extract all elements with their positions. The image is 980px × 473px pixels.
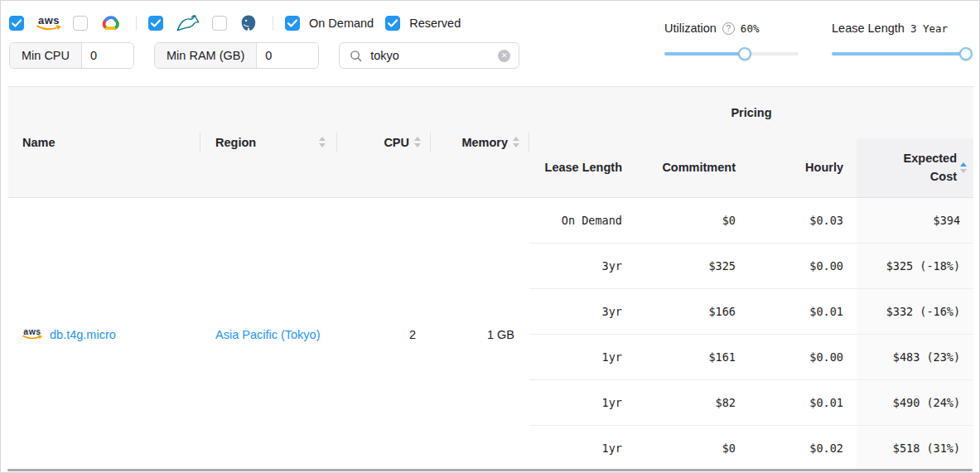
column-header-lease-length: Lease Length (529, 138, 635, 198)
filter-divider (273, 16, 273, 31)
search-input[interactable] (369, 48, 498, 63)
pricing-row: aws db.t4g.micro Asia Pacific (Tokyo) 2 … (8, 198, 973, 244)
filter-reserved: Reserved (385, 16, 461, 31)
filter-mysql (148, 14, 200, 32)
lease-cell: 3yr (529, 244, 635, 289)
sort-icon-active (960, 162, 967, 173)
expected-cost-cell: $483 (23%) (857, 335, 973, 380)
clear-search-icon[interactable]: ✕ (498, 50, 510, 62)
column-header-memory[interactable]: Memory (431, 87, 529, 198)
min-cpu-input[interactable] (82, 43, 133, 68)
filter-bar: aws (1, 1, 979, 86)
lease-length-label: Lease Length (832, 22, 905, 35)
min-cpu-label: Min CPU (10, 43, 82, 68)
commitment-cell: $82 (635, 380, 749, 426)
expected-cost-cell: $325 (-18%) (857, 244, 973, 289)
postgresql-checkbox[interactable] (212, 16, 227, 31)
filter-gcp (73, 15, 121, 31)
hourly-cell: $0.01 (749, 289, 857, 335)
slider-controls: Utilization ? 60% Lease Length 3 Year (664, 22, 966, 60)
sort-icon (414, 137, 421, 147)
reserved-label: Reserved (409, 17, 461, 30)
google-cloud-logo-icon (100, 15, 121, 31)
instance-cpu-cell: 2 (337, 198, 431, 471)
instance-name-link[interactable]: db.t4g.micro (50, 328, 116, 341)
app-window: aws (0, 0, 980, 473)
filter-aws: aws (9, 16, 61, 31)
min-cpu-group: Min CPU (9, 42, 134, 69)
min-ram-input[interactable] (257, 43, 318, 68)
help-icon[interactable]: ? (722, 22, 735, 35)
lease-cell: On Demand (529, 198, 635, 244)
reserved-checkbox[interactable] (385, 16, 400, 31)
sort-icon (319, 137, 326, 147)
gcp-checkbox[interactable] (73, 16, 88, 31)
filter-divider (136, 16, 137, 31)
lease-cell: 1yr (529, 380, 635, 426)
lease-cell: 1yr (529, 335, 635, 380)
commitment-cell: $0 (635, 426, 749, 471)
commitment-cell: $161 (635, 335, 749, 380)
hourly-cell: $0.01 (749, 380, 857, 426)
hourly-cell: $0.03 (749, 198, 857, 244)
column-header-hourly: Hourly (749, 138, 857, 198)
mysql-dolphin-icon (176, 14, 200, 32)
min-ram-label: Min RAM (GB) (155, 43, 257, 68)
lease-length-control: Lease Length 3 Year (832, 22, 966, 60)
expected-cost-cell: $394 (857, 198, 973, 244)
column-header-region[interactable]: Region (200, 87, 337, 198)
sort-icon (513, 137, 519, 147)
aws-icon: aws (22, 328, 42, 340)
utilization-value: 60% (741, 22, 760, 35)
expected-cost-cell: $332 (-16%) (857, 289, 973, 335)
search-icon (350, 50, 362, 62)
hourly-cell: $0.00 (749, 335, 857, 380)
min-ram-group: Min RAM (GB) (154, 42, 319, 69)
postgresql-elephant-icon (239, 14, 258, 32)
search-box[interactable]: ✕ (339, 42, 519, 69)
utilization-label: Utilization (664, 22, 717, 35)
utilization-slider[interactable] (664, 47, 799, 60)
instance-memory-cell: 1 GB (431, 198, 529, 471)
commitment-cell: $0 (635, 198, 749, 244)
aws-logo-icon: aws (36, 16, 61, 31)
commitment-cell: $325 (635, 244, 749, 289)
filter-postgresql (212, 14, 258, 32)
expected-cost-cell: $518 (31%) (857, 426, 973, 471)
hourly-cell: $0.00 (749, 244, 857, 289)
lease-cell: 1yr (529, 426, 635, 471)
column-header-expected-cost[interactable]: Expected Cost (857, 138, 973, 198)
column-header-name: Name (8, 87, 200, 198)
column-header-cpu[interactable]: CPU (337, 87, 431, 198)
lease-length-slider[interactable] (832, 47, 966, 60)
expected-cost-cell: $490 (24%) (857, 380, 973, 426)
on-demand-checkbox[interactable] (285, 16, 300, 31)
utilization-slider-thumb[interactable] (738, 47, 751, 60)
on-demand-label: On Demand (309, 17, 374, 30)
instance-name-cell: aws db.t4g.micro (8, 198, 200, 471)
mysql-checkbox[interactable] (148, 16, 163, 31)
utilization-control: Utilization ? 60% (664, 22, 799, 60)
instance-region-link[interactable]: Asia Pacific (Tokyo) (215, 328, 321, 341)
horizontal-scrollbar[interactable] (7, 469, 973, 471)
column-header-commitment: Commitment (635, 138, 749, 198)
hourly-cell: $0.02 (749, 426, 857, 471)
filter-on-demand: On Demand (285, 16, 374, 31)
instance-region-cell: Asia Pacific (Tokyo) (200, 198, 337, 471)
aws-checkbox[interactable] (9, 16, 24, 31)
lease-length-slider-thumb[interactable] (959, 47, 973, 60)
lease-length-value: 3 Year (910, 22, 948, 35)
lease-cell: 3yr (529, 289, 635, 335)
pricing-group-header: Pricing (529, 87, 973, 138)
commitment-cell: $166 (635, 289, 749, 335)
instances-table: Name Region CPU (8, 86, 972, 471)
